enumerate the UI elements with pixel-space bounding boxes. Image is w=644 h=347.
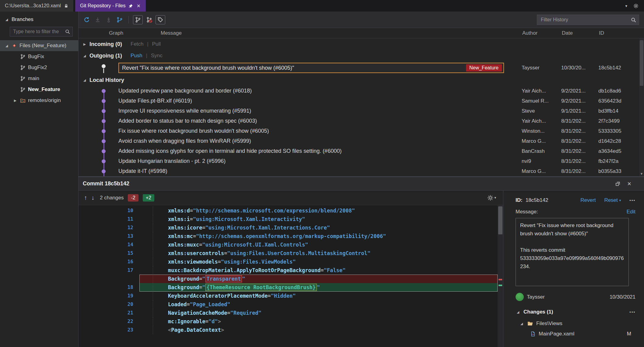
more-actions-icon[interactable]: ••• — [629, 198, 635, 203]
history-commit-row[interactable]: Added border to status bar to match desi… — [79, 116, 639, 126]
dock-window-icon[interactable] — [615, 181, 621, 187]
branches-tree: ◢ Files (New_Feature) BugFix BugFix2 mai… — [0, 40, 78, 106]
history-commit-row[interactable]: Update Hungarian translation - pt. 2 (#5… — [79, 156, 639, 166]
delete-branch-button[interactable] — [145, 16, 154, 24]
branches-header[interactable]: ◢ Branches — [0, 12, 78, 24]
file-name: MainPage.xaml — [539, 331, 574, 337]
changed-folder-row[interactable]: ◢ Files\Views — [516, 321, 635, 327]
push-link[interactable]: Push — [131, 53, 142, 59]
branch-tree-item[interactable]: BugFix — [0, 51, 78, 62]
filter-history-input[interactable] — [537, 15, 639, 25]
outgoing-commit-box[interactable]: Revert "Fix issue where root background … — [118, 63, 504, 73]
commit-message: Update it-IT (#5998) — [117, 168, 522, 174]
expander-icon[interactable]: ▶ — [13, 99, 18, 103]
branch-name: BugFix2 — [28, 65, 47, 71]
new-branch-button[interactable] — [133, 15, 143, 24]
branch-tree-item[interactable]: ◢ Files (New_Feature) — [0, 40, 78, 51]
outgoing-commit-row[interactable]: Revert "Fix issue where root background … — [79, 61, 639, 74]
code-text: NavigationCacheMode="Required" — [139, 309, 498, 317]
edit-link[interactable]: Edit — [627, 209, 635, 215]
scroll-down-icon[interactable]: ▾ — [639, 171, 644, 176]
history-commit-row[interactable]: Fix issue where root background brush wo… — [79, 126, 639, 136]
chevron-down-icon[interactable]: ▾ — [625, 4, 627, 8]
previous-change-button[interactable]: ↑ — [84, 194, 87, 201]
pin-icon[interactable] — [128, 4, 133, 8]
commit-id: 53333305 — [598, 128, 639, 134]
search-icon — [631, 17, 636, 23]
branch-tree-item[interactable]: New_Feature — [0, 84, 78, 95]
next-change-button[interactable]: ↓ — [91, 194, 94, 201]
commit-id: fb247f2a — [598, 158, 639, 164]
changed-file-row[interactable]: MainPage.xaml M — [516, 331, 635, 337]
history-column-header: Graph Message Author Date ID — [79, 28, 644, 38]
refresh-button[interactable] — [82, 16, 91, 24]
expander-icon[interactable]: ◢ — [4, 18, 9, 22]
commit-id: bd3ffb14 — [598, 108, 639, 114]
toolbar-separator — [128, 16, 129, 23]
commit-id-label: ID: — [516, 197, 523, 203]
view-graph-button[interactable] — [115, 16, 124, 24]
refresh-icon — [84, 17, 90, 23]
scrollbar-thumb[interactable] — [498, 206, 502, 234]
branch-name: remotes/origin — [28, 97, 61, 103]
diff-line: Background="Transparent" — [79, 275, 498, 283]
code-text: xmlns:mc="http://schemas.openxmlformats.… — [139, 232, 498, 240]
commit-message: Avoid crash when dragging files from Win… — [117, 138, 522, 144]
tab-document[interactable]: C:\Users\ta...3ca120.xaml — [0, 0, 73, 12]
history-commit-row[interactable]: Updated preview pane background and bord… — [79, 86, 639, 96]
tab-git-repository[interactable]: Git Repository - Files × — [75, 0, 146, 12]
diff-code[interactable]: 10 xmlns:d="http://schemas.microsoft.com… — [79, 205, 503, 347]
branch-tree-item[interactable]: ▶ remotes/origin — [0, 95, 78, 106]
commit-message: Update Hungarian translation - pt. 2 (#5… — [117, 158, 522, 164]
incoming-section-row[interactable]: ▶ Incoming (0) Fetch | Pull — [79, 38, 639, 50]
history-commit-row[interactable]: Added missing icons glyphs for open in t… — [79, 146, 639, 156]
fetch-button — [93, 16, 102, 24]
commit-author: Yair Aich... — [522, 118, 561, 124]
commit-date: 9/1/2021... — [561, 108, 598, 114]
outgoing-section-row[interactable]: ◢ Outgoing (1) Push | Sync — [79, 50, 639, 61]
diff-line: 17 muxc:BackdropMaterial.ApplyToRootOrPa… — [79, 266, 498, 275]
tag-button[interactable] — [156, 15, 165, 24]
commit-details-panel: Commit 18c5b142 × ↑ ↓ 2 changes -2 — [79, 177, 644, 347]
commit-message: Revert "Fix issue where root background … — [122, 65, 462, 71]
commit-date: 8/31/202... — [561, 128, 598, 134]
line-number: 11 — [79, 215, 139, 223]
outgoing-label: Outgoing (1) — [89, 53, 122, 59]
expander-icon[interactable]: ◢ — [516, 310, 520, 314]
branch-filter-input[interactable] — [10, 27, 73, 37]
scrollbar-thumb[interactable] — [640, 40, 643, 86]
gear-icon[interactable] — [633, 3, 639, 9]
diff-line: 13 xmlns:mc="http://schemas.openxmlforma… — [79, 232, 498, 240]
expander-icon[interactable]: ◢ — [82, 54, 87, 58]
history-commit-row[interactable]: Improve UI responsiveness while enumerat… — [79, 106, 639, 116]
expander-icon[interactable]: ◢ — [82, 78, 87, 82]
expander-icon[interactable]: ▶ — [82, 42, 87, 46]
history-commit-row[interactable]: Avoid crash when dragging files from Win… — [79, 136, 639, 146]
chevron-down-icon: ▾ — [619, 198, 621, 202]
commit-author: Taysser — [522, 65, 561, 71]
revert-link[interactable]: Revert — [580, 197, 596, 203]
column-graph: Graph — [109, 30, 123, 36]
diff-settings-button[interactable]: ▾ — [486, 194, 498, 202]
branch-icon — [20, 76, 26, 81]
git-repository-main: Graph Message Author Date ID ▶ Incoming … — [79, 12, 644, 347]
reset-link[interactable]: Reset▾ — [604, 197, 621, 203]
branch-tree-item[interactable]: main — [0, 73, 78, 84]
deletion-mark — [499, 279, 502, 280]
branches-title: Branches — [12, 16, 33, 23]
branch-tree-item[interactable]: BugFix2 — [0, 62, 78, 73]
close-icon[interactable]: × — [627, 181, 631, 187]
history-commit-row[interactable]: Update it-IT (#5998) Marco G... 8/31/202… — [79, 166, 639, 176]
line-number: 22 — [79, 317, 139, 326]
commit-message-box[interactable]: Revert "Fix issue where root background … — [516, 218, 629, 286]
reset-label: Reset — [604, 197, 618, 203]
code-text: muxc:BackdropMaterial.ApplyToRootOrPageB… — [139, 266, 498, 275]
more-actions-icon[interactable]: ••• — [629, 310, 635, 314]
expander-icon[interactable]: ◢ — [4, 44, 9, 48]
close-icon[interactable]: × — [136, 3, 141, 9]
commit-id: 18c5b142 — [598, 65, 639, 71]
history-commit-row[interactable]: Update Files.pt-BR.xlf (#6019) Samuel R.… — [79, 96, 639, 106]
expander-icon[interactable]: ◢ — [519, 322, 524, 326]
local-history-section-row[interactable]: ◢ Local History — [79, 74, 639, 86]
diff-line: 14 xmlns:muxc="using:Microsoft.UI.Xaml.C… — [79, 240, 498, 249]
